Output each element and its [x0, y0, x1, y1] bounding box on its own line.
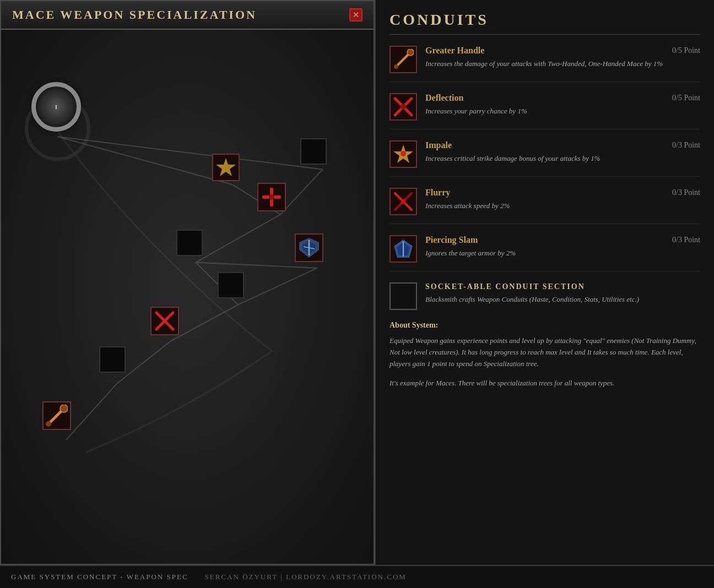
socket-section: SOCKET-ABLE CONDUIT SECTION Blacksmith c… — [390, 282, 700, 310]
svg-point-32 — [401, 151, 406, 156]
ring-icon: I — [31, 82, 81, 132]
deflection-info: Deflection 0/5 Point Increases your parr… — [425, 93, 700, 116]
flurry-info: Flurry 0/3 Point Increases attack speed … — [425, 188, 700, 211]
about-paragraph-1: Equiped Weapon gains experience points a… — [390, 335, 700, 369]
socket-info: SOCKET-ABLE CONDUIT SECTION Blacksmith c… — [425, 282, 639, 304]
about-paragraph-2: It's example for Maces. There will be sp… — [390, 378, 700, 389]
greater-handle-desc: Increases the damage of your attacks wit… — [425, 59, 700, 69]
svg-point-26 — [407, 49, 414, 56]
skill-node-star[interactable] — [212, 154, 240, 181]
svg-rect-35 — [401, 199, 405, 204]
deflection-icon — [390, 93, 417, 121]
star-node-icon — [215, 157, 236, 178]
about-title: About System: — [390, 321, 700, 330]
impale-info: Impale 0/3 Point Increases critical stri… — [425, 140, 700, 164]
skill-node-empty-4[interactable] — [99, 346, 126, 373]
svg-line-5 — [196, 263, 317, 268]
svg-line-4 — [196, 215, 280, 263]
weapon-level: I — [55, 104, 57, 110]
deflection-desc: Increases your parry chance by 1% — [425, 106, 700, 116]
flurry-icon — [390, 188, 417, 215]
conduit-flurry: Flurry 0/3 Point Increases attack speed … — [390, 188, 700, 224]
socket-title: SOCKET-ABLE CONDUIT SECTION — [425, 282, 639, 291]
greater-handle-points: 0/5 Point — [672, 46, 700, 55]
svg-line-3 — [280, 170, 323, 215]
greater-handle-icon — [390, 46, 417, 73]
skill-node-empty-3[interactable] — [218, 272, 244, 298]
skill-node-empty-2[interactable] — [176, 230, 203, 256]
svg-line-10 — [66, 384, 117, 440]
flurry-points: 0/3 Point — [672, 188, 700, 197]
conduit-greater-handle: Greater Handle 0/5 Point Increases the d… — [390, 46, 700, 82]
skill-tree-area: I — [1, 30, 374, 559]
flurry-desc: Increases attack speed by 2% — [425, 201, 700, 211]
crossed-icon — [261, 186, 283, 208]
left-panel: MACE WEAPON SPECIALIZATION ✕ — [0, 0, 375, 565]
piercing-slam-points: 0/3 Point — [672, 236, 700, 244]
socket-box — [390, 282, 417, 310]
svg-point-24 — [46, 421, 51, 427]
skill-node-crossed-2[interactable] — [150, 307, 179, 335]
greater-handle-name: Greater Handle — [425, 46, 484, 56]
footer-author: Sercan Özyurt | lordozy.artstation.com — [205, 573, 407, 581]
greater-handle-info: Greater Handle 0/5 Point Increases the d… — [425, 46, 700, 69]
footer-label: GAME SYSTEM CONCEPT - WEAPON SPEC — [11, 573, 188, 581]
close-button[interactable]: ✕ — [349, 8, 363, 21]
bottom-bar: GAME SYSTEM CONCEPT - WEAPON SPEC Sercan… — [0, 565, 714, 588]
mace-icon — [46, 405, 68, 427]
skill-node-shield[interactable] — [295, 233, 323, 262]
conduit-piercing-slam: Piercing Slam 0/3 Point Ignores the targ… — [390, 235, 700, 271]
about-section: About System: Equiped Weapon gains exper… — [390, 321, 700, 389]
skill-node-crossed[interactable] — [257, 183, 286, 211]
piercing-slam-name: Piercing Slam — [425, 235, 478, 245]
socket-item: SOCKET-ABLE CONDUIT SECTION Blacksmith c… — [390, 282, 700, 310]
svg-line-1 — [57, 137, 322, 169]
deflection-name: Deflection — [425, 93, 463, 103]
svg-line-7 — [238, 268, 317, 305]
weapon-level-node[interactable]: I — [31, 82, 81, 132]
piercing-slam-icon — [390, 235, 417, 263]
flurry-name: Flurry — [425, 188, 450, 198]
conduits-title: CONDUITS — [390, 11, 700, 35]
conduit-impale: Impale 0/3 Point Increases critical stri… — [390, 140, 700, 177]
piercing-slam-info: Piercing Slam 0/3 Point Ignores the targ… — [425, 235, 700, 258]
socket-desc: Blacksmith crafts Weapon Conduits (Haste… — [425, 295, 639, 304]
crossed-2-icon — [154, 310, 176, 332]
conduit-deflection: Deflection 0/5 Point Increases your parr… — [390, 93, 700, 129]
skill-node-mace[interactable] — [42, 401, 71, 430]
svg-line-8 — [170, 304, 238, 341]
deflection-points: 0/5 Point — [672, 94, 700, 102]
title-bar: MACE WEAPON SPECIALIZATION ✕ — [1, 1, 374, 30]
svg-point-27 — [394, 64, 398, 69]
impale-name: Impale — [425, 140, 452, 150]
impale-icon — [390, 140, 417, 168]
right-panel: CONDUITS Greater Handle 0/5 Point Increa… — [375, 0, 714, 565]
svg-point-15 — [269, 194, 274, 200]
skill-node-empty-1[interactable] — [300, 138, 327, 165]
shield-icon — [298, 237, 320, 259]
impale-desc: Increases critical strike damage bonus o… — [425, 154, 700, 164]
piercing-slam-desc: Ignores the target armor by 2% — [425, 248, 700, 258]
svg-marker-12 — [216, 158, 236, 176]
svg-point-30 — [401, 104, 406, 110]
svg-point-23 — [60, 405, 68, 412]
impale-points: 0/3 Point — [672, 141, 700, 150]
window-title: MACE WEAPON SPECIALIZATION — [12, 8, 257, 22]
